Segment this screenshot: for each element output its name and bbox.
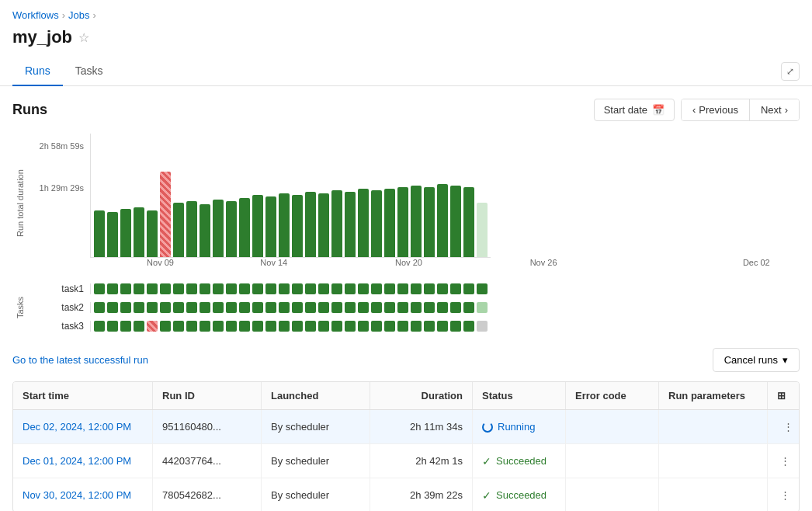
task-dot[interactable] (160, 283, 171, 294)
task-dot[interactable] (120, 302, 131, 313)
bar-20[interactable] (358, 189, 369, 257)
task-dot[interactable] (186, 283, 197, 294)
task-dot[interactable] (213, 302, 224, 313)
task-dot[interactable] (345, 321, 356, 332)
task-dot[interactable] (371, 302, 382, 313)
task-dot[interactable] (318, 283, 329, 294)
task-dot[interactable] (252, 302, 263, 313)
task-dot[interactable] (292, 302, 303, 313)
task-dot[interactable] (424, 283, 435, 294)
task-dot[interactable] (318, 302, 329, 313)
task-dot[interactable] (463, 321, 474, 332)
task-dot[interactable] (186, 302, 197, 313)
task-dot[interactable] (94, 283, 105, 294)
task-dot[interactable] (147, 302, 158, 313)
task-dot[interactable] (279, 321, 290, 332)
task-dot[interactable] (305, 302, 316, 313)
previous-button[interactable]: ‹ Previous (682, 99, 749, 120)
task-dot[interactable] (120, 283, 131, 294)
tab-tasks[interactable]: Tasks (63, 57, 116, 86)
task-dot[interactable] (477, 283, 488, 294)
bar-16[interactable] (305, 192, 316, 257)
task-dot[interactable] (384, 321, 395, 332)
task-dot[interactable] (147, 321, 158, 332)
bar-19[interactable] (345, 192, 356, 257)
cancel-runs-button[interactable]: Cancel runs ▾ (713, 348, 800, 372)
breadcrumb-workflows[interactable]: Workflows (12, 9, 59, 21)
task-dot[interactable] (200, 302, 210, 313)
task-dot[interactable] (160, 321, 171, 332)
task-dot[interactable] (239, 321, 250, 332)
task-dot[interactable] (305, 283, 316, 294)
task-dot[interactable] (331, 302, 342, 313)
task-dot[interactable] (213, 321, 224, 332)
task-dot[interactable] (292, 283, 303, 294)
task-dot[interactable] (292, 321, 303, 332)
bar-6[interactable] (173, 203, 184, 257)
bar-0[interactable] (94, 210, 105, 257)
task-dot[interactable] (279, 302, 290, 313)
task-dot[interactable] (331, 321, 342, 332)
task-dot[interactable] (397, 302, 408, 313)
task-dot[interactable] (252, 321, 263, 332)
task-dot[interactable] (200, 321, 210, 332)
bar-4[interactable] (147, 210, 158, 257)
task-dot[interactable] (358, 302, 369, 313)
bar-11[interactable] (239, 198, 250, 257)
task-dot[interactable] (265, 283, 276, 294)
task-dot[interactable] (477, 302, 488, 313)
task-dot[interactable] (450, 321, 461, 332)
task-dot[interactable] (411, 283, 422, 294)
task-dot[interactable] (331, 283, 342, 294)
task-dot[interactable] (397, 283, 408, 294)
task-dot[interactable] (384, 283, 395, 294)
task-dot[interactable] (107, 321, 118, 332)
task-dot[interactable] (186, 321, 197, 332)
task-dot[interactable] (358, 283, 369, 294)
bar-2[interactable] (120, 209, 131, 257)
task-dot[interactable] (424, 321, 435, 332)
bar-1[interactable] (107, 212, 118, 257)
task-dot[interactable] (437, 321, 448, 332)
bar-13[interactable] (265, 196, 276, 257)
task-dot[interactable] (239, 283, 250, 294)
task-dot[interactable] (134, 283, 144, 294)
task-dot[interactable] (226, 302, 237, 313)
task-dot[interactable] (411, 302, 422, 313)
task-dot[interactable] (173, 321, 184, 332)
task-dot[interactable] (213, 283, 224, 294)
task-dot[interactable] (411, 321, 422, 332)
task-dot[interactable] (226, 321, 237, 332)
task-dot[interactable] (160, 302, 171, 313)
col-columns-picker[interactable]: ⊞ (768, 382, 799, 409)
latest-run-link[interactable]: Go to the latest successful run (12, 354, 148, 366)
task-dot[interactable] (305, 321, 316, 332)
expand-button[interactable]: ⤢ (781, 62, 800, 81)
bar-23[interactable] (397, 187, 408, 257)
task-dot[interactable] (279, 283, 290, 294)
task-dot[interactable] (226, 283, 237, 294)
task-dot[interactable] (463, 283, 474, 294)
task-dot[interactable] (265, 302, 276, 313)
task-dot[interactable] (265, 321, 276, 332)
bar-18[interactable] (331, 190, 342, 257)
task-dot[interactable] (107, 283, 118, 294)
bar-12[interactable] (252, 195, 263, 257)
task-dot[interactable] (173, 302, 184, 313)
bar-21[interactable] (371, 190, 382, 257)
task-dot[interactable] (384, 302, 395, 313)
task-dot[interactable] (371, 321, 382, 332)
task-dot[interactable] (358, 321, 369, 332)
task-dot[interactable] (147, 283, 158, 294)
task-dot[interactable] (94, 302, 105, 313)
bar-10[interactable] (226, 201, 237, 257)
tab-runs[interactable]: Runs (12, 57, 63, 86)
breadcrumb-jobs[interactable]: Jobs (68, 9, 89, 21)
task-dot[interactable] (107, 302, 118, 313)
task-dot[interactable] (450, 302, 461, 313)
bar-26[interactable] (437, 184, 448, 257)
start-date-button[interactable]: Start date 📅 (594, 99, 675, 121)
task-dot[interactable] (134, 321, 144, 332)
bar-22[interactable] (384, 189, 395, 257)
task-dot[interactable] (424, 302, 435, 313)
